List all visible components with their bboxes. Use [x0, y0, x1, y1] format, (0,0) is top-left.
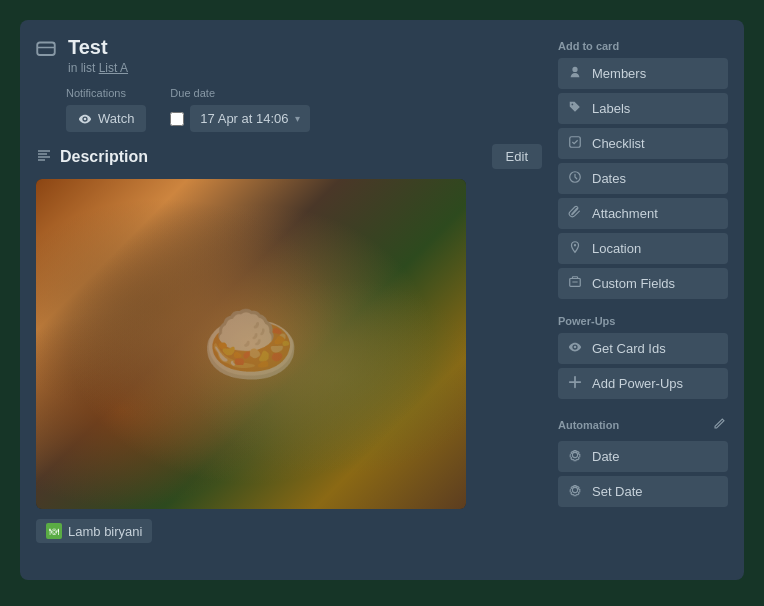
power-ups-label: Power-Ups	[558, 315, 728, 327]
automation-header: Automation	[558, 415, 728, 435]
box-icon	[568, 275, 584, 292]
eye-icon	[78, 112, 92, 126]
description-section: Description Edit 🍽 Lamb biryani	[36, 144, 542, 543]
add-to-card-label: Add to card	[558, 40, 728, 52]
card-title-area: Test in list List A	[68, 36, 542, 75]
power-ups-section: Power-Ups Get Card Ids	[558, 315, 728, 399]
food-photo	[36, 179, 466, 509]
lamb-biryani-badge[interactable]: 🍽 Lamb biryani	[36, 519, 152, 543]
svg-rect-0	[37, 43, 55, 56]
card-header: Test in list List A	[36, 36, 542, 75]
notifications-label: Notifications	[66, 87, 146, 99]
due-date-group: Due date 17 Apr at 14:06 ▾	[170, 87, 309, 132]
description-image	[36, 179, 466, 509]
paperclip-icon	[568, 205, 584, 222]
custom-fields-button[interactable]: Custom Fields	[558, 268, 728, 299]
members-button[interactable]: Members	[558, 58, 728, 89]
list-link[interactable]: List A	[99, 61, 128, 75]
dates-button[interactable]: Dates	[558, 163, 728, 194]
edit-button[interactable]: Edit	[492, 144, 542, 169]
card-modal: Test in list List A Notifications	[20, 20, 744, 580]
eye-small-icon	[568, 340, 584, 357]
attachment-button[interactable]: Attachment	[558, 198, 728, 229]
svg-point-9	[574, 244, 576, 246]
card-list-info: in list List A	[68, 61, 542, 75]
add-power-ups-button[interactable]: Add Power-Ups	[558, 368, 728, 399]
card-title: Test	[68, 36, 542, 59]
gear-icon	[568, 448, 584, 465]
location-button[interactable]: Location	[558, 233, 728, 264]
description-header: Description Edit	[36, 144, 542, 169]
clock-icon	[568, 170, 584, 187]
align-left-icon	[36, 147, 52, 167]
check-square-icon	[568, 135, 584, 152]
modal-sidebar: Add to card Members Label	[558, 36, 728, 564]
svg-rect-7	[570, 137, 581, 148]
watch-button[interactable]: Watch	[66, 105, 146, 132]
automation-section: Automation Date	[558, 415, 728, 507]
meta-row: Notifications Watch Due date	[66, 87, 542, 132]
labels-button[interactable]: Labels	[558, 93, 728, 124]
section-title-row: Description	[36, 147, 148, 167]
notifications-group: Notifications Watch	[66, 87, 146, 132]
plus-icon	[568, 375, 584, 392]
automation-edit-button[interactable]	[711, 415, 728, 435]
chevron-down-icon: ▾	[295, 113, 300, 124]
person-icon	[568, 65, 584, 82]
svg-point-12	[574, 346, 577, 349]
get-card-ids-button[interactable]: Get Card Ids	[558, 333, 728, 364]
due-date-label: Due date	[170, 87, 309, 99]
modal-main: Test in list List A Notifications	[36, 36, 542, 564]
due-date-checkbox[interactable]	[170, 112, 184, 126]
checklist-button[interactable]: Checklist	[558, 128, 728, 159]
automation-label: Automation	[558, 419, 619, 431]
svg-point-2	[84, 117, 87, 120]
due-date-button[interactable]: 17 Apr at 14:06 ▾	[190, 105, 309, 132]
badge-icon: 🍽	[46, 523, 62, 539]
tag-icon	[568, 100, 584, 117]
date-automation-button[interactable]: Date	[558, 441, 728, 472]
modal-body: Test in list List A Notifications	[20, 20, 744, 580]
description-title: Description	[60, 148, 148, 166]
pin-icon	[568, 240, 584, 257]
card-type-icon	[36, 40, 56, 65]
modal-overlay: Test in list List A Notifications	[0, 0, 764, 606]
set-date-automation-button[interactable]: Set Date	[558, 476, 728, 507]
gear-2-icon	[568, 483, 584, 500]
